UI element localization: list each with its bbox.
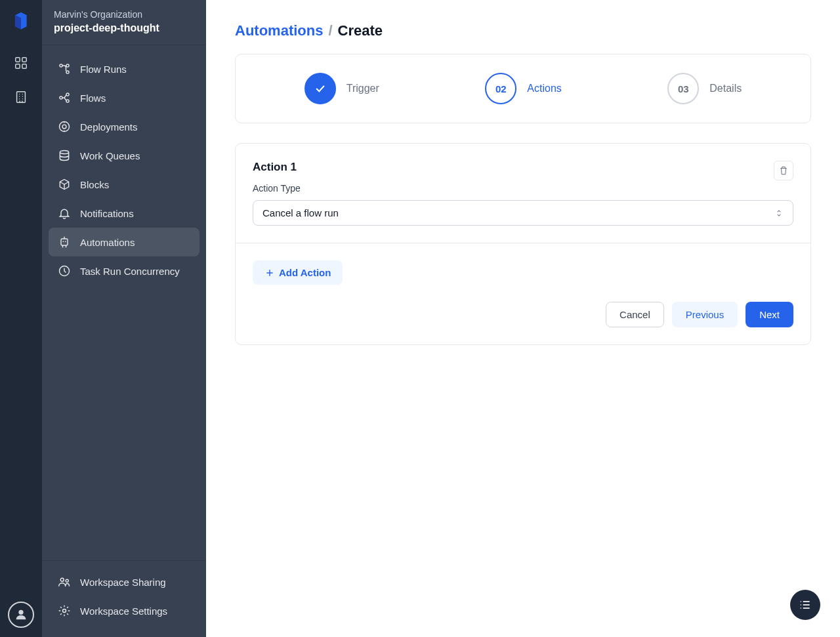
step-details[interactable]: 03 Details — [667, 73, 742, 104]
svg-point-20 — [60, 122, 70, 132]
cancel-button[interactable]: Cancel — [606, 302, 664, 327]
svg-point-28 — [65, 241, 66, 242]
sidebar-item-flows[interactable]: Flows — [49, 83, 200, 112]
svg-rect-0 — [16, 58, 20, 62]
sidebar-item-label: Workspace Sharing — [80, 577, 166, 588]
app-logo[interactable] — [10, 9, 32, 38]
sidebar-item-deployments[interactable]: Deployments — [49, 112, 200, 141]
svg-rect-3 — [22, 64, 26, 68]
svg-point-21 — [62, 125, 66, 129]
add-action-button[interactable]: Add Action — [253, 260, 343, 285]
main-content: Automations / Create Trigger 02 Actions … — [206, 0, 840, 637]
sidebar-item-task-run-concurrency[interactable]: Task Run Concurrency — [49, 257, 200, 285]
sidebar-item-automations[interactable]: Automations — [49, 228, 200, 257]
step-number: 03 — [667, 73, 699, 104]
svg-point-27 — [63, 241, 64, 242]
sidebar-item-label: Deployments — [80, 121, 138, 133]
sidebar-item-notifications[interactable]: Notifications — [49, 199, 200, 228]
svg-point-14 — [60, 64, 62, 67]
action-form: Action 1 Action Type Cancel a flow run A… — [235, 143, 811, 345]
field-label: Action Type — [253, 183, 793, 194]
step-trigger[interactable]: Trigger — [304, 73, 379, 104]
list-icon — [799, 598, 812, 611]
app-rail — [0, 0, 42, 637]
org-name: Marvin's Organization — [54, 9, 194, 20]
previous-button[interactable]: Previous — [672, 302, 738, 327]
sidebar: Marvin's Organization project-deep-thoug… — [42, 0, 206, 637]
delete-action-button[interactable] — [774, 161, 793, 180]
workspace-header[interactable]: Marvin's Organization project-deep-thoug… — [42, 0, 206, 45]
sidebar-item-label: Blocks — [80, 179, 109, 190]
step-number: 02 — [485, 73, 516, 104]
breadcrumb: Automations / Create — [235, 22, 811, 39]
step-label: Actions — [527, 83, 561, 94]
account-icon[interactable] — [8, 602, 34, 628]
svg-rect-2 — [16, 64, 20, 68]
sidebar-item-label: Flows — [80, 92, 106, 104]
next-button[interactable]: Next — [746, 302, 793, 327]
check-icon — [304, 73, 336, 104]
svg-point-32 — [63, 609, 66, 613]
sidebar-item-label: Automations — [80, 237, 135, 248]
svg-point-40 — [801, 607, 802, 609]
breadcrumb-leaf: Create — [338, 22, 383, 39]
sidebar-item-workspace-sharing[interactable]: Workspace Sharing — [49, 567, 200, 596]
sidebar-item-label: Work Queues — [80, 150, 140, 161]
sidebar-item-label: Flow Runs — [80, 64, 127, 75]
svg-point-16 — [66, 71, 69, 73]
step-actions[interactable]: 02 Actions — [485, 73, 561, 104]
action-type-select[interactable]: Cancel a flow run — [253, 200, 793, 226]
svg-point-15 — [66, 64, 69, 67]
plus-icon — [264, 268, 275, 278]
svg-rect-4 — [17, 92, 26, 103]
svg-point-18 — [66, 93, 69, 96]
svg-point-22 — [60, 151, 68, 154]
svg-point-31 — [66, 579, 68, 582]
add-action-label: Add Action — [279, 267, 331, 278]
svg-point-17 — [60, 96, 62, 99]
sidebar-footer: Workspace Sharing Workspace Settings — [42, 560, 206, 637]
svg-rect-1 — [22, 58, 26, 62]
project-name: project-deep-thought — [54, 22, 194, 34]
breadcrumb-sep: / — [328, 22, 332, 39]
svg-point-19 — [66, 100, 69, 102]
svg-rect-23 — [61, 239, 68, 245]
trash-icon — [779, 166, 788, 175]
sidebar-item-label: Workspace Settings — [80, 606, 167, 617]
action-title: Action 1 — [253, 161, 297, 174]
step-label: Details — [709, 83, 742, 94]
svg-point-13 — [18, 610, 23, 615]
sidebar-item-label: Notifications — [80, 208, 134, 219]
dashboard-icon[interactable] — [9, 51, 33, 75]
step-label: Trigger — [346, 83, 379, 94]
sidebar-nav: Flow Runs Flows Deployments Work Queues … — [42, 45, 206, 560]
chevron-updown-icon — [774, 209, 784, 218]
form-footer: Cancel Previous Next — [236, 302, 810, 344]
wizard-steps: Trigger 02 Actions 03 Details — [235, 54, 811, 123]
svg-point-30 — [60, 578, 64, 581]
sidebar-item-flow-runs[interactable]: Flow Runs — [49, 54, 200, 83]
breadcrumb-root[interactable]: Automations — [235, 22, 323, 39]
sidebar-item-label: Task Run Concurrency — [80, 266, 180, 277]
sidebar-item-blocks[interactable]: Blocks — [49, 170, 200, 199]
building-icon[interactable] — [9, 85, 33, 109]
sidebar-item-work-queues[interactable]: Work Queues — [49, 141, 200, 170]
select-value: Cancel a flow run — [262, 207, 339, 218]
svg-point-38 — [801, 601, 802, 602]
help-float-button[interactable] — [790, 590, 820, 620]
sidebar-item-workspace-settings[interactable]: Workspace Settings — [49, 596, 200, 625]
svg-point-39 — [801, 604, 802, 606]
